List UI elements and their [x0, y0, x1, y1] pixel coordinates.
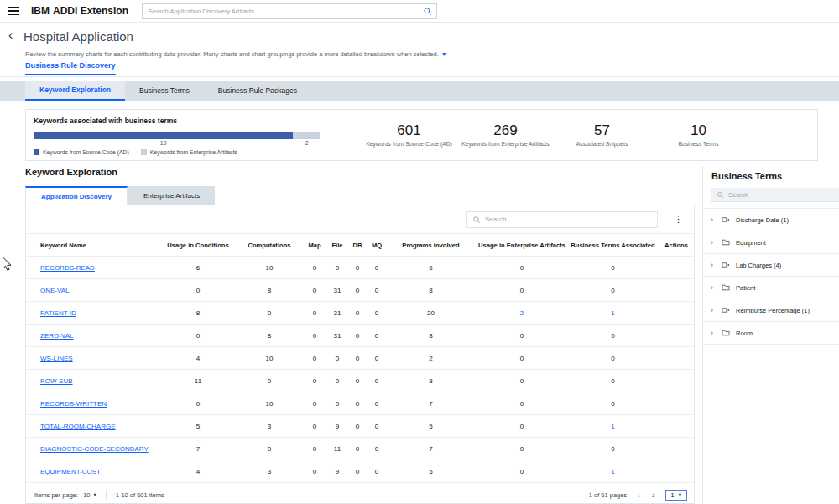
keyword-link[interactable]: ROW-SUB: [40, 377, 73, 385]
count-cell: 8: [387, 279, 475, 302]
next-page-icon[interactable]: ›: [650, 491, 657, 500]
tab-business-rule-discovery[interactable]: Business Rule Discovery: [25, 61, 116, 75]
overflow-menu-icon[interactable]: ⋮: [670, 214, 687, 225]
expand-caret-icon[interactable]: ▼: [441, 51, 447, 57]
global-search: [142, 3, 437, 19]
folder-icon: [722, 329, 730, 337]
keyword-link[interactable]: DIAGNOSTIC-CODE-SECONDARY: [40, 445, 149, 453]
summary-metrics: 601 Keywords from Source Code (AD) 269 K…: [360, 110, 817, 160]
linked-count[interactable]: 2: [475, 302, 569, 325]
metric-value: 269: [460, 122, 551, 139]
col-business-terms-associated: Business Terms Associated: [569, 234, 657, 257]
tab-enterprise-artifacts[interactable]: Enterprise Artifacts: [128, 186, 215, 205]
business-terms-search-input[interactable]: [728, 191, 835, 199]
expand-chevron-icon[interactable]: ›: [711, 283, 716, 292]
keyword-name-cell: EQUIPMENT-COST: [26, 460, 160, 483]
linked-count[interactable]: 1: [569, 302, 657, 325]
back-chevron-icon[interactable]: ‹: [8, 29, 13, 42]
keywords-chart: Keywords associated with business terms …: [26, 110, 360, 160]
previous-page-icon[interactable]: ‹: [635, 491, 642, 500]
legend-label: Keywords from Source Code (AD): [43, 149, 129, 155]
count-cell: 2: [387, 347, 475, 370]
business-term-label: Patient: [736, 284, 755, 292]
count-cell: 0: [348, 257, 367, 279]
actions-cell: [657, 257, 695, 279]
search-icon[interactable]: [418, 4, 436, 18]
count-cell: 0: [303, 257, 326, 279]
metric-label: Business Terms: [653, 141, 744, 148]
linked-count[interactable]: 1: [569, 415, 657, 438]
table-row: PATIENT-ID80031002021: [26, 302, 695, 325]
expand-chevron-icon[interactable]: ›: [711, 216, 716, 224]
metric-label: Associated Snippets: [556, 141, 648, 148]
count-cell: 0: [475, 279, 569, 302]
count-cell: 0: [236, 438, 303, 460]
table-row: EQUIPMENT-COST430900501: [26, 460, 695, 483]
count-cell: 0: [569, 438, 657, 460]
page-select[interactable]: 1 ▾: [665, 490, 687, 501]
count-cell: 10: [236, 257, 303, 279]
count-cell: 7: [387, 392, 475, 415]
col-mq: MQ: [367, 234, 387, 257]
keyword-name-cell: ROW-SUB: [26, 370, 160, 392]
count-cell: 0: [326, 347, 348, 370]
search-icon: [717, 191, 724, 199]
keyword-link[interactable]: RECORDS-READ: [40, 264, 95, 272]
metric-value: 57: [556, 122, 648, 139]
menu-icon[interactable]: [8, 7, 19, 15]
caret-down-icon: ▾: [93, 491, 96, 498]
global-search-input[interactable]: [143, 4, 418, 18]
count-cell: 0: [475, 460, 569, 483]
count-cell: 0: [569, 392, 657, 415]
tab-business-terms[interactable]: Business Terms: [125, 81, 204, 101]
keyword-table-panel: ⋮ Keyword Name Usage in Conditions Compu…: [25, 205, 695, 486]
count-cell: 31: [326, 302, 348, 325]
linked-count[interactable]: 1: [569, 460, 657, 483]
keyword-link[interactable]: WS-LINES: [40, 355, 73, 362]
metric-value: 601: [363, 122, 455, 139]
tab-keyword-exploration[interactable]: Keyword Exploration: [25, 81, 125, 101]
expand-chevron-icon[interactable]: ›: [711, 238, 716, 247]
count-cell: 6: [160, 257, 236, 279]
keyword-link[interactable]: EQUIPMENT-COST: [40, 468, 101, 475]
count-cell: 10: [236, 392, 303, 415]
business-term-item[interactable]: ›Lab Charges (4): [703, 254, 839, 277]
items-per-page-select[interactable]: 10 ▾: [83, 491, 96, 499]
count-cell: 5: [387, 460, 475, 483]
items-per-page-label: Items per page:: [34, 491, 78, 499]
keyword-link[interactable]: ZERO-VAL: [40, 332, 73, 340]
business-term-item[interactable]: ›Reimburse Percentage (1): [703, 299, 839, 322]
count-cell: 0: [348, 302, 367, 325]
page-description-text: Review the summary charts for each contr…: [25, 50, 439, 58]
col-keyword-name: Keyword Name: [26, 234, 160, 257]
business-term-item[interactable]: ›Equipment: [703, 231, 839, 254]
keyword-name-cell: DIAGNOSTIC-CODE-SECONDARY: [26, 438, 160, 460]
keyword-link[interactable]: TOTAL-ROOM-CHARGE: [40, 423, 115, 430]
business-term-label: Equipment: [736, 239, 766, 247]
business-terms-panel: Business Terms ›Discharge Date (1)›Equip…: [702, 166, 839, 504]
business-term-item[interactable]: ›Discharge Date (1): [703, 209, 839, 231]
divider: [0, 76, 839, 77]
expand-chevron-icon[interactable]: ›: [711, 261, 716, 269]
bar-segment-source: [34, 132, 293, 139]
bar-values: 19 2: [34, 140, 320, 146]
count-cell: 0: [367, 460, 387, 483]
keyword-link[interactable]: ONE-VAL: [40, 287, 70, 294]
count-cell: 0: [475, 392, 569, 415]
table-search-input[interactable]: [485, 216, 652, 223]
count-cell: 0: [348, 438, 367, 460]
chart-legend: Keywords from Source Code (AD) Keywords …: [34, 149, 360, 155]
business-term-item[interactable]: ›Room: [703, 322, 839, 345]
source-tab-bar: Application Discovery Enterprise Artifac…: [25, 186, 215, 205]
count-cell: 4: [160, 347, 236, 370]
expand-chevron-icon[interactable]: ›: [711, 329, 716, 337]
count-cell: 8: [387, 325, 475, 347]
business-term-item[interactable]: ›Patient: [703, 277, 839, 299]
keyword-link[interactable]: PATIENT-ID: [40, 309, 76, 317]
expand-chevron-icon[interactable]: ›: [711, 306, 716, 314]
tab-business-rule-packages[interactable]: Business Rule Packages: [204, 81, 311, 101]
keyword-link[interactable]: RECORDS-WRITTEN: [40, 400, 107, 408]
tab-application-discovery[interactable]: Application Discovery: [25, 186, 128, 205]
app-header: IBMADDI Extension: [0, 0, 839, 23]
keyword-name-cell: ONE-VAL: [26, 279, 160, 302]
